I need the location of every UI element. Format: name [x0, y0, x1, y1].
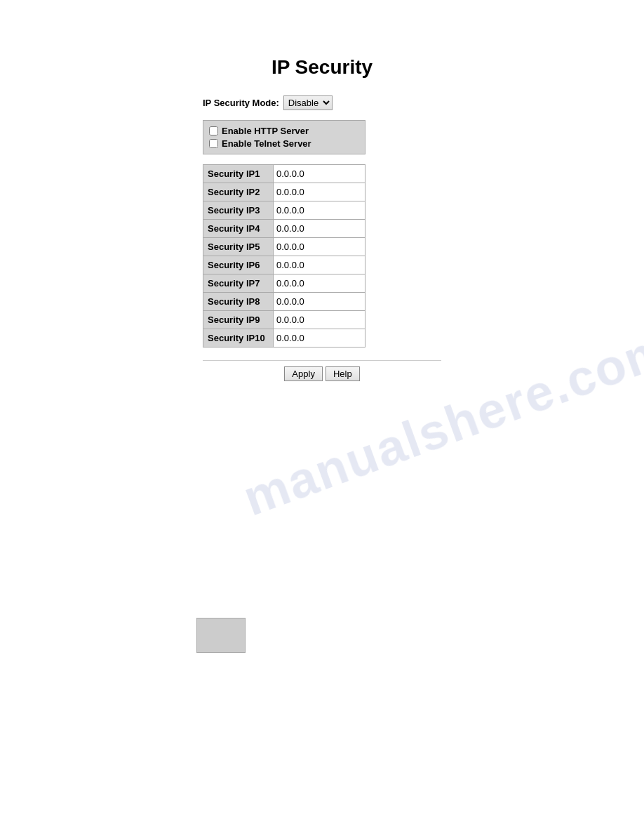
ip-cell-1: [274, 165, 365, 183]
security-ip5-input[interactable]: [274, 240, 365, 253]
enable-http-checkbox[interactable]: [209, 126, 218, 135]
checkbox-section: Enable HTTP Server Enable Telnet Server: [203, 120, 365, 154]
table-row: Security IP10: [203, 329, 365, 348]
security-ip6-input[interactable]: [274, 258, 365, 272]
table-row: Security IP3: [203, 201, 365, 220]
ip-label-1: Security IP1: [203, 165, 274, 183]
mode-row: IP Security Mode: Disable Enable: [203, 95, 441, 110]
ip-cell-5: [274, 238, 365, 256]
ip-label-7: Security IP7: [203, 274, 274, 293]
help-button[interactable]: Help: [326, 366, 360, 381]
ip-cell-4: [274, 220, 365, 238]
enable-telnet-checkbox[interactable]: [209, 139, 218, 148]
ip-cell-10: [274, 329, 365, 348]
ip-label-9: Security IP9: [203, 311, 274, 329]
ip-label-6: Security IP6: [203, 256, 274, 274]
security-ip2-input[interactable]: [274, 185, 365, 199]
ip-label-4: Security IP4: [203, 220, 274, 238]
ip-cell-3: [274, 201, 365, 220]
ip-cell-2: [274, 183, 365, 201]
security-ip9-input[interactable]: [274, 313, 365, 326]
button-row: Apply Help: [203, 360, 441, 387]
ip-security-mode-select[interactable]: Disable Enable: [283, 95, 333, 110]
table-row: Security IP5: [203, 238, 365, 256]
table-row: Security IP7: [203, 274, 365, 293]
security-ip1-input[interactable]: [274, 167, 365, 180]
ip-label-8: Security IP8: [203, 293, 274, 311]
security-ip8-input[interactable]: [274, 295, 365, 308]
mode-label: IP Security Mode:: [203, 98, 279, 108]
ip-cell-6: [274, 256, 365, 274]
table-row: Security IP1: [203, 165, 365, 183]
table-row: Security IP6: [203, 256, 365, 274]
page-title: IP Security: [271, 56, 373, 79]
form-section: IP Security Mode: Disable Enable Enable …: [203, 95, 441, 387]
ip-label-5: Security IP5: [203, 238, 274, 256]
security-ip7-input[interactable]: [274, 277, 365, 290]
enable-telnet-row: Enable Telnet Server: [209, 138, 359, 149]
enable-http-row: Enable HTTP Server: [209, 126, 359, 136]
enable-http-label[interactable]: Enable HTTP Server: [222, 126, 309, 136]
security-ip3-input[interactable]: [274, 204, 365, 217]
table-row: Security IP9: [203, 311, 365, 329]
security-ip4-input[interactable]: [274, 222, 365, 235]
apply-button[interactable]: Apply: [284, 366, 323, 381]
table-row: Security IP4: [203, 220, 365, 238]
ip-table: Security IP1Security IP2Security IP3Secu…: [203, 164, 365, 348]
security-ip10-input[interactable]: [274, 331, 365, 345]
ip-cell-7: [274, 274, 365, 293]
ip-label-10: Security IP10: [203, 329, 274, 348]
ip-cell-8: [274, 293, 365, 311]
table-row: Security IP2: [203, 183, 365, 201]
bottom-decorative-box: [196, 618, 246, 653]
ip-cell-9: [274, 311, 365, 329]
table-row: Security IP8: [203, 293, 365, 311]
enable-telnet-label[interactable]: Enable Telnet Server: [222, 138, 311, 149]
ip-label-2: Security IP2: [203, 183, 274, 201]
ip-label-3: Security IP3: [203, 201, 274, 220]
